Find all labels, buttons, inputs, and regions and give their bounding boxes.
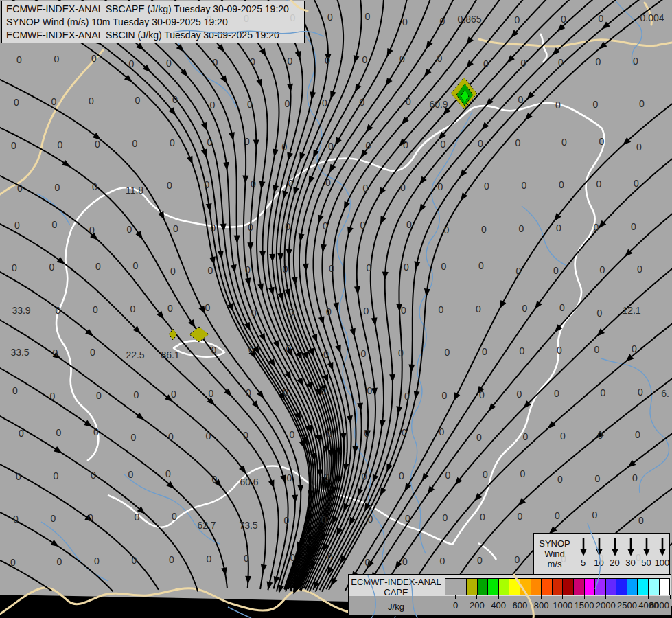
station-zero-value: 0: [210, 100, 216, 111]
station-zero-value: 0: [518, 511, 523, 522]
station-zero-value: 0: [248, 222, 253, 233]
station-zero-value: 0: [553, 265, 559, 276]
station-zero-value: 0: [440, 556, 445, 566]
station-zero-value: 0: [173, 223, 178, 234]
station-zero-value: 0: [561, 14, 566, 25]
cape-color-cell: [509, 579, 520, 595]
station-zero-value: 0: [16, 471, 21, 482]
station-zero-value: 0: [438, 181, 443, 192]
station-zero-value: 0: [594, 344, 600, 355]
station-zero-value: 0: [244, 136, 250, 147]
cape-color-cell: [488, 579, 498, 595]
cape-color-cell: [638, 579, 648, 595]
station-zero-value: 0: [398, 347, 404, 358]
station-zero-value: 0: [289, 307, 294, 318]
station-index-value: 12.1: [622, 305, 640, 316]
station-zero-value: 0: [12, 262, 17, 273]
cape-tick-label: 6000: [649, 600, 669, 610]
station-zero-value: 0: [406, 96, 411, 107]
station-zero-value: 0: [10, 557, 16, 568]
station-zero-value: 0: [442, 390, 448, 401]
station-zero-value: 0: [561, 137, 567, 148]
cape-tick: [648, 595, 649, 599]
weather-map-canvas: 0000000000000000000000000000000000000000…: [0, 0, 672, 618]
station-zero-value: 0: [127, 224, 132, 235]
station-zero-value: 0: [206, 431, 211, 442]
wind-speed-label: 50: [641, 558, 651, 568]
station-zero-value: 0: [213, 57, 218, 68]
down-arrow-icon: [578, 536, 589, 557]
wind-arrow-item: 20: [607, 536, 623, 568]
station-zero-value: 0: [286, 343, 292, 354]
station-zero-value: 0: [519, 223, 524, 234]
station-zero-value: 0: [250, 56, 255, 67]
station-zero-value: 0: [368, 514, 373, 525]
station-zero-value: 0: [360, 97, 365, 108]
station-zero-value: 0: [594, 222, 599, 233]
station-zero-value: 0: [251, 179, 256, 190]
station-zero-value: 0: [284, 515, 290, 526]
station-zero-value: 0: [285, 98, 290, 109]
wind-speed-label: 100: [655, 558, 670, 568]
wind-speed-label: 5: [581, 558, 586, 568]
station-zero-value: 0: [165, 468, 171, 479]
station-zero-value: 0: [131, 432, 137, 443]
station-zero-value: 0: [445, 470, 451, 481]
station-zero-value: 0: [327, 12, 333, 23]
cape-color-cell: [563, 579, 573, 595]
station-zero-value: 0: [53, 347, 58, 358]
station-zero-value: 0: [439, 426, 445, 437]
station-zero-value: 0: [638, 515, 644, 526]
station-zero-value: 0: [633, 56, 638, 67]
cape-color-cell: [467, 579, 477, 595]
station-zero-value: 0: [445, 347, 450, 358]
station-zero-value: 0: [482, 346, 487, 357]
station-zero-value: 0: [559, 179, 564, 190]
down-arrow-icon: [657, 536, 668, 557]
cape-legend-unit: J/kg: [349, 602, 443, 612]
arrow-head: [659, 549, 665, 556]
wind-arrow-item: 50: [638, 536, 654, 568]
station-zero-value: 0: [443, 512, 448, 523]
station-index-value: 0.004: [640, 12, 664, 23]
down-arrow-icon: [610, 536, 621, 557]
weather-map-page: 0000000000000000000000000000000000000000…: [0, 0, 672, 618]
station-zero-value: 0: [55, 182, 60, 193]
station-zero-value: 0: [404, 391, 410, 402]
cape-tick: [520, 595, 520, 599]
cape-tick: [627, 595, 627, 599]
station-zero-value: 0: [49, 262, 55, 273]
station-zero-value: 0: [135, 512, 140, 523]
station-zero-value: 0: [365, 11, 371, 22]
cape-tick: [455, 595, 456, 599]
station-zero-value: 0: [251, 308, 257, 319]
station-zero-value: 0: [14, 220, 20, 231]
station-zero-value: 0: [205, 179, 210, 190]
cape-color-cell: [478, 579, 488, 595]
wind-legend-title-line2: Wind: [534, 549, 575, 559]
title-box: ECMWF-INDEX-ANAL SBCAPE (J/kg) Tuesday 3…: [1, 1, 305, 43]
station-zero-value: 0: [91, 53, 97, 64]
station-zero-value: 0: [172, 511, 177, 522]
station-zero-value: 0: [132, 138, 138, 149]
station-zero-value: 0: [130, 304, 136, 314]
station-zero-value: 0: [51, 96, 57, 107]
station-zero-value: 0: [283, 264, 288, 275]
station-zero-value: 0: [16, 54, 22, 65]
arrow-head: [580, 549, 586, 556]
station-zero-value: 0: [283, 387, 289, 398]
cape-colorbar: [445, 578, 670, 595]
station-zero-value: 0: [399, 54, 405, 65]
station-zero-value: 0: [402, 16, 408, 27]
station-zero-value: 0: [520, 468, 526, 479]
station-zero-value: 0: [364, 306, 369, 317]
cape-color-cell: [499, 579, 509, 595]
station-zero-value: 0: [244, 553, 249, 564]
cape-tick-label: 1000: [553, 600, 572, 610]
cape-tick: [541, 595, 542, 599]
station-zero-value: 0: [135, 95, 141, 106]
station-zero-value: 0: [325, 55, 330, 66]
cape-tick-label: 600: [512, 600, 527, 610]
station-zero-value: 0: [209, 388, 214, 399]
station-zero-value: 0: [13, 514, 19, 525]
